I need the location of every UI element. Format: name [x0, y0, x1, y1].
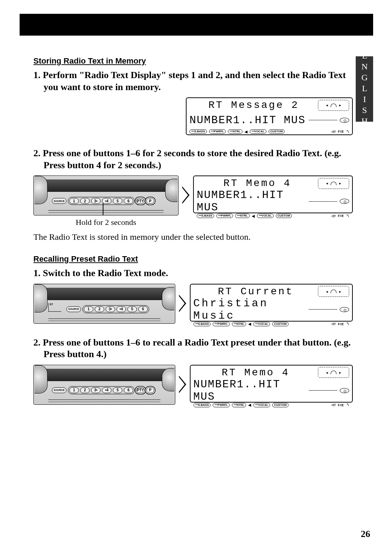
lcd-nav-icon: ◂▸ [318, 178, 349, 189]
preset-button-group: 1 2 3• •4 5 6 [68, 386, 135, 394]
preset-2[interactable]: 2 [80, 198, 90, 204]
preset-6[interactable]: 6 [124, 198, 133, 204]
lcd-line1: RT Message 2 [189, 100, 318, 111]
indicator-sbass: 〰S.BASS [189, 129, 207, 134]
preset-3[interactable]: 3• [91, 198, 101, 204]
preset-button-group: 1 2 3• •4 5 6 [82, 305, 149, 313]
left-knob-icon[interactable] [34, 176, 48, 204]
wave-icon: 〽 [346, 130, 349, 133]
right-knob-icon[interactable] [162, 368, 174, 391]
source-button[interactable]: SOURCE [66, 306, 81, 312]
fie-label: FIE [338, 130, 344, 133]
lcd-rt-message: RT Message 2 ◂ ▸ NUMBER1..HIT MUS 〰S.BAS… [186, 97, 353, 135]
disc-icon [340, 118, 349, 123]
page-content: Storing Radio Text in Memory 1. Perform … [33, 56, 353, 407]
preset-4[interactable]: •4 [117, 306, 126, 312]
indicator-ntrl: 〰NTRL [228, 129, 242, 134]
lcd-indicator-row: 〰S.BASS 〰PWRFL 〰NTRL ◀ 〰VOCAL CUSTOM ◁▽F… [193, 322, 350, 326]
arc-icon [331, 104, 336, 107]
left-tri-icon: ◀ [245, 130, 248, 134]
lcd-line1: RT Current [193, 286, 318, 297]
preset-2[interactable]: 2 [95, 306, 104, 312]
p-button[interactable]: P [146, 198, 154, 204]
control-panel-recall-press: SOURCE 1 2 3• •4 5 6 PTY P [33, 365, 175, 405]
rt-indicator-line [48, 303, 61, 312]
indicator-custom: CUSTOM [269, 129, 285, 134]
lcd-indicator-row: 〰S.BASS 〰PWRFL 〰NTRL ◀ 〰VOCAL CUSTOM ◁▽F… [193, 403, 350, 407]
section2-step1: 1. Switch to the Radio Text mode. [33, 267, 353, 279]
preset-3[interactable]: 3• [91, 387, 101, 393]
language-tab-label: ENGLISH [360, 51, 369, 127]
section1-title: Storing Radio Text in Memory [33, 56, 353, 66]
preset-5[interactable]: 5 [127, 306, 137, 312]
preset-button-group: 1 2 3• •4 5 6 [68, 197, 135, 205]
lcd-rt-current: RT Current ◂▸ Christian Music 〰S.BASS 〰P… [190, 284, 353, 322]
preset-5[interactable]: 5 [113, 198, 122, 204]
source-button[interactable]: SOURCE [52, 387, 66, 393]
lcd-line2: NUMBER1..HIT MUS [189, 114, 306, 126]
pty-button[interactable]: PTY [136, 387, 145, 393]
dash-line-icon [309, 120, 338, 120]
header-black-bar [20, 14, 373, 36]
control-panel-store: SOURCE 1 2 3• •4 5 6 PTY P [33, 175, 179, 215]
preset-5[interactable]: 5 [113, 387, 122, 393]
button4-indicator-line [103, 203, 103, 215]
language-tab: ENGLISH [356, 56, 373, 122]
control-panel-recall-mode: RT SOURCE 1 2 3• •4 5 6 [33, 284, 175, 324]
source-button[interactable]: SOURCE [52, 198, 66, 204]
left-arrow-icon: ◂ [326, 102, 328, 108]
section2-title: Recalling Preset Radio Text [33, 254, 353, 264]
page-number: 26 [361, 529, 370, 540]
section1-step1: 1. Perform "Radio Text Display" steps 1 … [33, 69, 353, 93]
section1-step2: 2. Press one of buttons 1–6 for 2 second… [33, 148, 353, 171]
chevron-right-icon [179, 376, 186, 393]
preset-6[interactable]: 6 [124, 387, 133, 393]
lcd-line2: NUMBER1..HIT MUS [197, 189, 309, 214]
preset-1[interactable]: 1 [69, 198, 79, 204]
disc-icon [340, 307, 349, 312]
preset-6[interactable]: 6 [138, 306, 148, 312]
preset-1[interactable]: 1 [69, 387, 79, 393]
disc-icon [340, 388, 349, 393]
p-button[interactable]: P [146, 387, 154, 393]
chevron-right-icon [182, 186, 189, 204]
lcd-rt-memo-recall: RT Memo 4 ◂▸ NUMBER1..HIT MUS 〰S.BASS 〰P… [190, 365, 353, 403]
lcd-line2: NUMBER1..HIT MUS [193, 378, 309, 403]
disc-icon [340, 199, 349, 204]
lcd-line2: Christian Music [193, 297, 309, 322]
flag-down-icon: ◁▽ [331, 130, 336, 133]
left-knob-icon[interactable] [34, 365, 48, 393]
preset-1[interactable]: 1 [84, 306, 93, 312]
right-arrow-icon: ▸ [339, 102, 342, 108]
section2-step2: 2. Press one of buttons 1–6 to recall a … [33, 337, 353, 360]
preset-2[interactable]: 2 [80, 387, 90, 393]
lcd-line1: RT Memo 4 [193, 367, 318, 378]
preset-3[interactable]: 3• [106, 306, 115, 312]
right-knob-icon[interactable] [165, 179, 177, 202]
left-knob-icon[interactable] [34, 284, 48, 312]
lcd-indicator-row: 〰S.BASS 〰PWRFL 〰NTRL ◀ 〰VOCAL CUSTOM ◁▽ … [189, 129, 349, 134]
lcd-rt-memo-store: RT Memo 4 ◂▸ NUMBER1..HIT MUS 〰S.BASS 〰P… [193, 175, 353, 213]
section1-result: The Radio Text is stored in memory under… [33, 232, 353, 242]
lcd-nav-icon: ◂ ▸ [318, 100, 349, 111]
indicator-vocal: 〰VOCAL [250, 129, 266, 134]
preset-4[interactable]: •4 [102, 387, 111, 393]
lcd-indicator-row: 〰S.BASS 〰PWRFL 〰NTRL ◀ 〰VOCAL CUSTOM ◁▽F… [197, 214, 349, 218]
chevron-right-icon [179, 295, 186, 312]
lcd-line1: RT Memo 4 [197, 178, 318, 189]
lcd-nav-icon: ◂▸ [318, 367, 349, 378]
hold-caption: Hold for 2 seconds [76, 218, 136, 227]
indicator-pwrfl: 〰PWRFL [209, 129, 226, 134]
lcd-nav-icon: ◂▸ [318, 286, 349, 297]
pty-button[interactable]: PTY [136, 198, 145, 204]
